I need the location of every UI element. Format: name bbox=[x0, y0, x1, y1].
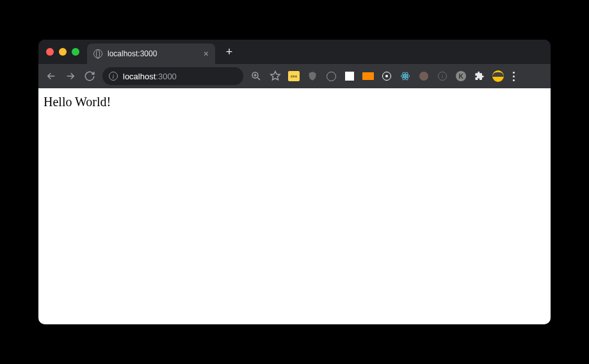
extension-orange-icon[interactable] bbox=[362, 70, 374, 82]
extension-target-icon[interactable] bbox=[381, 70, 392, 82]
site-info-icon[interactable]: i bbox=[109, 72, 118, 81]
url-host: localhost bbox=[123, 72, 156, 81]
back-button[interactable] bbox=[45, 70, 58, 83]
extension-brown-icon[interactable] bbox=[418, 70, 430, 82]
window-maximize-button[interactable] bbox=[72, 48, 79, 56]
extension-info-icon[interactable]: i bbox=[437, 70, 448, 82]
window-controls bbox=[46, 48, 79, 56]
extension-square-icon[interactable] bbox=[344, 70, 355, 82]
page-viewport: Hello World! bbox=[38, 88, 551, 324]
page-body-text: Hello World! bbox=[44, 95, 545, 109]
extension-shield-icon[interactable] bbox=[307, 70, 318, 82]
extension-face-icon[interactable] bbox=[492, 70, 504, 82]
toolbar: i localhost:3000 css i K bbox=[38, 64, 551, 88]
forward-button[interactable] bbox=[64, 70, 77, 83]
extension-k-icon[interactable]: K bbox=[455, 70, 467, 82]
url-port: :3000 bbox=[156, 72, 177, 81]
bookmark-star-icon[interactable] bbox=[269, 70, 282, 83]
extensions-row: css i K bbox=[288, 70, 504, 82]
extensions-menu-icon[interactable] bbox=[474, 70, 485, 82]
browser-window: localhost:3000 × + i localhost:3000 css bbox=[38, 40, 551, 324]
tab-strip: localhost:3000 × + bbox=[38, 40, 551, 64]
window-close-button[interactable] bbox=[46, 48, 54, 56]
browser-menu-button[interactable] bbox=[510, 72, 517, 81]
close-icon[interactable]: × bbox=[204, 49, 209, 58]
extension-react-icon[interactable] bbox=[399, 70, 411, 82]
extension-css-icon[interactable]: css bbox=[288, 71, 300, 81]
reload-button[interactable] bbox=[83, 70, 96, 83]
extension-circle-icon[interactable] bbox=[325, 70, 337, 82]
address-bar[interactable]: i localhost:3000 bbox=[102, 67, 243, 85]
zoom-icon[interactable] bbox=[250, 70, 262, 83]
window-minimize-button[interactable] bbox=[59, 48, 67, 56]
new-tab-button[interactable]: + bbox=[222, 45, 237, 59]
tab-title: localhost:3000 bbox=[108, 49, 198, 58]
globe-icon bbox=[93, 49, 102, 58]
browser-tab[interactable]: localhost:3000 × bbox=[87, 44, 215, 64]
svg-point-1 bbox=[405, 75, 406, 77]
url-text: localhost:3000 bbox=[123, 72, 177, 81]
